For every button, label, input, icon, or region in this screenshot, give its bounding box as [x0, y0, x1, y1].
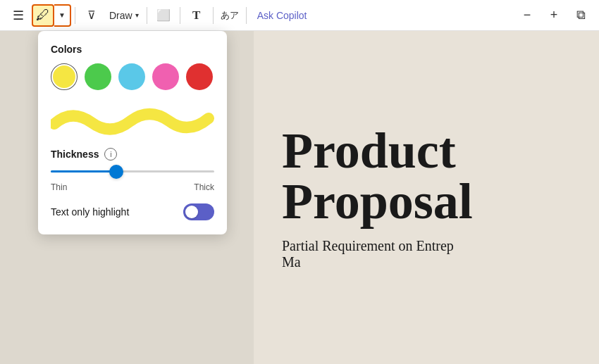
eraser-icon: ⬜: [156, 8, 171, 22]
menu-icon: ☰: [13, 8, 24, 23]
color-green[interactable]: [85, 63, 111, 90]
highlight-dropdown-arrow: ▼: [58, 11, 66, 19]
stroke-svg: [51, 101, 214, 137]
minimize-button[interactable]: −: [514, 3, 540, 28]
slider-fill: [51, 170, 116, 172]
minimize-icon: −: [524, 8, 531, 23]
restore-icon: ⧉: [576, 8, 586, 23]
draw-menu[interactable]: Draw ▾: [105, 3, 143, 28]
menu-button[interactable]: ☰: [6, 3, 31, 28]
copilot-button[interactable]: Ask Copilot: [250, 3, 314, 28]
separator-5: [246, 7, 247, 24]
highlight-button[interactable]: 🖊: [32, 4, 54, 27]
thickness-header-row: Thickness i: [51, 148, 214, 161]
document-subtitle: Partial Requirement on Entrep: [282, 238, 571, 254]
subtitle-text: Partial Requirement on Entrep: [282, 238, 454, 253]
maximize-button[interactable]: +: [541, 3, 567, 28]
highlight-dropdown-button[interactable]: ▼: [54, 4, 71, 27]
restore-button[interactable]: ⧉: [568, 3, 593, 28]
color-cyan[interactable]: [118, 63, 145, 90]
thickness-slider-container: [51, 170, 214, 172]
separator-2: [147, 7, 147, 24]
document-text-area: Product Proposal Partial Requirement on …: [254, 31, 599, 364]
subtitle2-text: Ma: [282, 254, 301, 270]
copilot-label: Ask Copilot: [257, 10, 307, 21]
slider-track: [51, 170, 214, 172]
stroke-preview: [51, 101, 214, 137]
filter-button[interactable]: ⊽: [79, 3, 104, 28]
title-line-2: Proposal: [282, 176, 571, 227]
draw-arrow: ▾: [135, 11, 139, 19]
toolbar-right-group: − + ⧉: [514, 3, 593, 28]
text-only-row: Text only highlight: [51, 203, 214, 220]
info-icon-text: i: [110, 150, 111, 158]
toggle-knob: [185, 206, 198, 218]
eraser-button[interactable]: ⬜: [151, 3, 176, 28]
separator-1: [75, 7, 75, 24]
color-red[interactable]: [186, 63, 213, 90]
aa-button[interactable]: あア: [217, 3, 242, 28]
thickness-label: Thickness: [51, 149, 99, 160]
thick-label: Thick: [194, 182, 214, 192]
text-only-label: Text only highlight: [51, 206, 129, 218]
document-title: Product Proposal: [282, 125, 571, 227]
aa-icon: あア: [221, 9, 239, 22]
separator-3: [180, 7, 180, 24]
thin-label: Thin: [51, 182, 67, 192]
toolbar-left-group: ☰ 🖊 ▼ ⊽ Draw ▾ ⬜ T あア: [6, 3, 314, 28]
title-line-1: Product: [282, 125, 571, 176]
separator-4: [213, 7, 214, 24]
highlight-icon: 🖊: [36, 7, 50, 23]
highlight-dropdown-panel: Colors Thickness i Thin Thick Text only …: [38, 31, 227, 234]
maximize-icon: +: [550, 8, 558, 23]
color-row: [51, 63, 214, 90]
text-button[interactable]: T: [184, 3, 209, 28]
info-icon-button[interactable]: i: [104, 148, 117, 161]
slider-labels: Thin Thick: [51, 182, 214, 192]
text-icon: T: [192, 8, 200, 23]
document-subtitle2: Ma: [282, 254, 571, 270]
draw-label: Draw: [109, 10, 132, 21]
filter-icon: ⊽: [87, 8, 96, 22]
text-only-toggle[interactable]: [183, 203, 214, 220]
color-yellow[interactable]: [51, 63, 78, 90]
color-pink[interactable]: [152, 63, 179, 90]
toolbar: ☰ 🖊 ▼ ⊽ Draw ▾ ⬜ T あア: [0, 0, 599, 31]
colors-label: Colors: [51, 44, 214, 55]
slider-thumb[interactable]: [109, 165, 123, 179]
